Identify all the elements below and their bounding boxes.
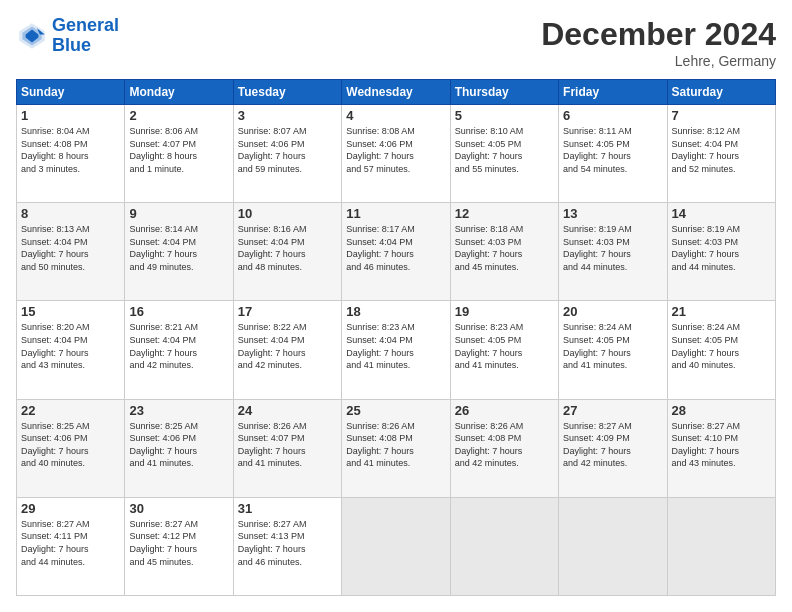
calendar-cell (559, 497, 667, 595)
day-number: 18 (346, 304, 445, 319)
cell-details: Sunrise: 8:27 AMSunset: 4:13 PMDaylight:… (238, 518, 337, 568)
day-number: 6 (563, 108, 662, 123)
cell-details: Sunrise: 8:25 AMSunset: 4:06 PMDaylight:… (129, 420, 228, 470)
cell-details: Sunrise: 8:27 AMSunset: 4:10 PMDaylight:… (672, 420, 771, 470)
cell-details: Sunrise: 8:08 AMSunset: 4:06 PMDaylight:… (346, 125, 445, 175)
title-area: December 2024 Lehre, Germany (541, 16, 776, 69)
cell-details: Sunrise: 8:19 AMSunset: 4:03 PMDaylight:… (563, 223, 662, 273)
calendar-cell: 11Sunrise: 8:17 AMSunset: 4:04 PMDayligh… (342, 203, 450, 301)
calendar-cell (667, 497, 775, 595)
calendar-cell: 8Sunrise: 8:13 AMSunset: 4:04 PMDaylight… (17, 203, 125, 301)
day-number: 14 (672, 206, 771, 221)
day-number: 25 (346, 403, 445, 418)
cell-details: Sunrise: 8:19 AMSunset: 4:03 PMDaylight:… (672, 223, 771, 273)
day-number: 24 (238, 403, 337, 418)
cell-details: Sunrise: 8:14 AMSunset: 4:04 PMDaylight:… (129, 223, 228, 273)
calendar-cell: 20Sunrise: 8:24 AMSunset: 4:05 PMDayligh… (559, 301, 667, 399)
logo-icon (16, 20, 48, 52)
cell-details: Sunrise: 8:20 AMSunset: 4:04 PMDaylight:… (21, 321, 120, 371)
day-number: 1 (21, 108, 120, 123)
col-header-wednesday: Wednesday (342, 80, 450, 105)
calendar-cell: 14Sunrise: 8:19 AMSunset: 4:03 PMDayligh… (667, 203, 775, 301)
day-number: 10 (238, 206, 337, 221)
day-number: 20 (563, 304, 662, 319)
calendar-cell: 31Sunrise: 8:27 AMSunset: 4:13 PMDayligh… (233, 497, 341, 595)
calendar-cell: 6Sunrise: 8:11 AMSunset: 4:05 PMDaylight… (559, 105, 667, 203)
location: Lehre, Germany (541, 53, 776, 69)
col-header-thursday: Thursday (450, 80, 558, 105)
cell-details: Sunrise: 8:25 AMSunset: 4:06 PMDaylight:… (21, 420, 120, 470)
cell-details: Sunrise: 8:18 AMSunset: 4:03 PMDaylight:… (455, 223, 554, 273)
day-number: 2 (129, 108, 228, 123)
cell-details: Sunrise: 8:24 AMSunset: 4:05 PMDaylight:… (563, 321, 662, 371)
calendar-cell: 10Sunrise: 8:16 AMSunset: 4:04 PMDayligh… (233, 203, 341, 301)
cell-details: Sunrise: 8:06 AMSunset: 4:07 PMDaylight:… (129, 125, 228, 175)
day-number: 8 (21, 206, 120, 221)
col-header-sunday: Sunday (17, 80, 125, 105)
week-row-5: 29Sunrise: 8:27 AMSunset: 4:11 PMDayligh… (17, 497, 776, 595)
calendar-cell (342, 497, 450, 595)
day-number: 12 (455, 206, 554, 221)
day-number: 21 (672, 304, 771, 319)
calendar-cell: 16Sunrise: 8:21 AMSunset: 4:04 PMDayligh… (125, 301, 233, 399)
calendar-cell: 27Sunrise: 8:27 AMSunset: 4:09 PMDayligh… (559, 399, 667, 497)
day-number: 19 (455, 304, 554, 319)
calendar-cell: 13Sunrise: 8:19 AMSunset: 4:03 PMDayligh… (559, 203, 667, 301)
cell-details: Sunrise: 8:23 AMSunset: 4:04 PMDaylight:… (346, 321, 445, 371)
cell-details: Sunrise: 8:23 AMSunset: 4:05 PMDaylight:… (455, 321, 554, 371)
calendar-cell: 22Sunrise: 8:25 AMSunset: 4:06 PMDayligh… (17, 399, 125, 497)
day-number: 13 (563, 206, 662, 221)
logo: General Blue (16, 16, 119, 56)
day-number: 7 (672, 108, 771, 123)
day-number: 30 (129, 501, 228, 516)
calendar-cell: 5Sunrise: 8:10 AMSunset: 4:05 PMDaylight… (450, 105, 558, 203)
cell-details: Sunrise: 8:27 AMSunset: 4:09 PMDaylight:… (563, 420, 662, 470)
calendar-cell (450, 497, 558, 595)
day-number: 22 (21, 403, 120, 418)
calendar-cell: 9Sunrise: 8:14 AMSunset: 4:04 PMDaylight… (125, 203, 233, 301)
week-row-2: 8Sunrise: 8:13 AMSunset: 4:04 PMDaylight… (17, 203, 776, 301)
day-number: 26 (455, 403, 554, 418)
cell-details: Sunrise: 8:27 AMSunset: 4:12 PMDaylight:… (129, 518, 228, 568)
calendar-cell: 18Sunrise: 8:23 AMSunset: 4:04 PMDayligh… (342, 301, 450, 399)
calendar-cell: 17Sunrise: 8:22 AMSunset: 4:04 PMDayligh… (233, 301, 341, 399)
day-number: 9 (129, 206, 228, 221)
calendar-cell: 28Sunrise: 8:27 AMSunset: 4:10 PMDayligh… (667, 399, 775, 497)
calendar-cell: 7Sunrise: 8:12 AMSunset: 4:04 PMDaylight… (667, 105, 775, 203)
col-header-saturday: Saturday (667, 80, 775, 105)
calendar-cell: 15Sunrise: 8:20 AMSunset: 4:04 PMDayligh… (17, 301, 125, 399)
cell-details: Sunrise: 8:26 AMSunset: 4:07 PMDaylight:… (238, 420, 337, 470)
calendar-cell: 1Sunrise: 8:04 AMSunset: 4:08 PMDaylight… (17, 105, 125, 203)
week-row-1: 1Sunrise: 8:04 AMSunset: 4:08 PMDaylight… (17, 105, 776, 203)
calendar-cell: 19Sunrise: 8:23 AMSunset: 4:05 PMDayligh… (450, 301, 558, 399)
day-number: 15 (21, 304, 120, 319)
logo-line2: Blue (52, 35, 91, 55)
cell-details: Sunrise: 8:17 AMSunset: 4:04 PMDaylight:… (346, 223, 445, 273)
calendar-cell: 25Sunrise: 8:26 AMSunset: 4:08 PMDayligh… (342, 399, 450, 497)
cell-details: Sunrise: 8:12 AMSunset: 4:04 PMDaylight:… (672, 125, 771, 175)
day-number: 3 (238, 108, 337, 123)
cell-details: Sunrise: 8:16 AMSunset: 4:04 PMDaylight:… (238, 223, 337, 273)
day-number: 29 (21, 501, 120, 516)
page: General Blue December 2024 Lehre, German… (0, 0, 792, 612)
header: General Blue December 2024 Lehre, German… (16, 16, 776, 69)
logo-line1: General (52, 15, 119, 35)
col-header-friday: Friday (559, 80, 667, 105)
cell-details: Sunrise: 8:04 AMSunset: 4:08 PMDaylight:… (21, 125, 120, 175)
day-number: 27 (563, 403, 662, 418)
col-header-monday: Monday (125, 80, 233, 105)
calendar-cell: 4Sunrise: 8:08 AMSunset: 4:06 PMDaylight… (342, 105, 450, 203)
week-row-3: 15Sunrise: 8:20 AMSunset: 4:04 PMDayligh… (17, 301, 776, 399)
month-year: December 2024 (541, 16, 776, 53)
calendar-cell: 3Sunrise: 8:07 AMSunset: 4:06 PMDaylight… (233, 105, 341, 203)
day-number: 11 (346, 206, 445, 221)
cell-details: Sunrise: 8:13 AMSunset: 4:04 PMDaylight:… (21, 223, 120, 273)
calendar-cell: 23Sunrise: 8:25 AMSunset: 4:06 PMDayligh… (125, 399, 233, 497)
cell-details: Sunrise: 8:26 AMSunset: 4:08 PMDaylight:… (455, 420, 554, 470)
cell-details: Sunrise: 8:07 AMSunset: 4:06 PMDaylight:… (238, 125, 337, 175)
cell-details: Sunrise: 8:11 AMSunset: 4:05 PMDaylight:… (563, 125, 662, 175)
cell-details: Sunrise: 8:10 AMSunset: 4:05 PMDaylight:… (455, 125, 554, 175)
calendar-cell: 30Sunrise: 8:27 AMSunset: 4:12 PMDayligh… (125, 497, 233, 595)
calendar-cell: 26Sunrise: 8:26 AMSunset: 4:08 PMDayligh… (450, 399, 558, 497)
cell-details: Sunrise: 8:21 AMSunset: 4:04 PMDaylight:… (129, 321, 228, 371)
